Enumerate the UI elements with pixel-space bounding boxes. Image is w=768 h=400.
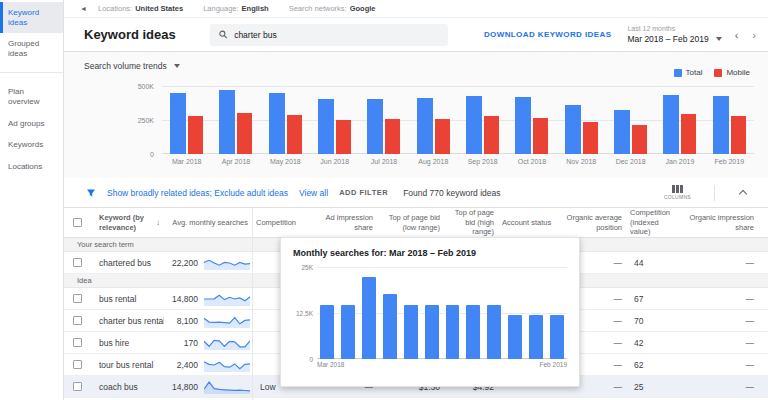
broaden-ideas-link[interactable]: Show broadly related ideas; Exclude adul… <box>107 188 288 198</box>
tooltip-bar-jan-2019[interactable] <box>529 315 543 359</box>
select-all-checkbox[interactable] <box>73 218 82 227</box>
tooltip-bar-may-2018[interactable] <box>362 277 376 359</box>
add-filter-button[interactable]: ADD FILTER <box>339 188 388 197</box>
y-tick-label: 0 <box>150 151 154 158</box>
total-bar[interactable] <box>466 96 482 154</box>
sparkline-chart[interactable] <box>204 255 250 270</box>
search-input[interactable] <box>234 30 439 40</box>
row-checkbox[interactable] <box>73 382 82 391</box>
sidebar-item-ad-groups[interactable]: Ad groups <box>0 113 63 135</box>
sidebar-item-keywords[interactable]: Keywords <box>0 134 63 156</box>
columns-button[interactable]: COLUMNS <box>664 185 691 200</box>
y-tick-label: 250K <box>138 117 154 124</box>
sparkline-chart[interactable] <box>204 313 250 328</box>
avg-monthly-searches-cell: 14,800 <box>164 382 202 392</box>
trend-chart-bars <box>162 86 754 154</box>
mobile-bar[interactable] <box>336 120 351 154</box>
sparkline-chart[interactable] <box>204 335 250 350</box>
tooltip-bar-aug-2018[interactable] <box>425 305 439 359</box>
collapse-panel-icon[interactable]: ◄ <box>80 5 87 12</box>
previous-period-button[interactable]: ‹ <box>728 29 746 41</box>
column-header-keyword[interactable]: Keyword (by relevance)↓ <box>90 213 164 232</box>
total-bar[interactable] <box>170 93 186 154</box>
sparkline-cell <box>202 291 252 306</box>
download-keyword-ideas-button[interactable]: DOWNLOAD KEYWORD IDEAS <box>484 30 611 39</box>
sort-descending-icon[interactable]: ↓ <box>156 218 160 228</box>
mobile-bar[interactable] <box>237 113 252 154</box>
tooltip-bar-apr-2018[interactable] <box>341 305 355 359</box>
row-checkbox[interactable] <box>73 360 82 369</box>
keyword-cell: bus hire <box>90 338 164 348</box>
row-checkbox[interactable] <box>73 316 82 325</box>
setting-label: Search networks: <box>289 4 347 13</box>
chevron-down-icon[interactable] <box>716 37 722 41</box>
row-checkbox-cell <box>64 258 90 267</box>
tooltip-bar-jun-2018[interactable] <box>383 294 397 360</box>
column-header-account-status[interactable]: Account status <box>498 218 562 227</box>
total-bar[interactable] <box>713 96 729 154</box>
total-bar[interactable] <box>515 97 531 154</box>
tooltip-bar-sep-2018[interactable] <box>446 305 460 359</box>
row-checkbox[interactable] <box>73 258 82 267</box>
column-header-avg-monthly-searches[interactable]: Avg. monthly searches <box>164 218 252 227</box>
topbar-setting-locations[interactable]: Locations:United States <box>98 4 183 13</box>
mobile-bar[interactable] <box>583 122 598 154</box>
total-bar[interactable] <box>565 105 581 154</box>
sparkline-chart[interactable] <box>204 357 250 372</box>
column-header-organic-average-position[interactable]: Organic average position <box>562 213 626 232</box>
trends-title-dropdown[interactable]: Search volume trends <box>84 61 180 71</box>
row-checkbox[interactable] <box>73 338 82 347</box>
keyword-search-box[interactable] <box>210 24 448 46</box>
column-header-organic-impression-share[interactable]: Organic impression share <box>682 213 768 232</box>
x-tick-label: Jun 2018 <box>310 158 359 165</box>
view-all-link[interactable]: View all <box>299 188 328 198</box>
sidebar-item-plan-overview[interactable]: Plan overview <box>0 81 63 112</box>
bar-group-may-2018 <box>261 86 310 154</box>
mobile-bar[interactable] <box>533 118 548 154</box>
collapse-table-icon[interactable] <box>739 190 747 198</box>
sparkline-chart[interactable] <box>204 291 250 306</box>
setting-value: English <box>242 4 269 13</box>
mobile-bar[interactable] <box>385 119 400 154</box>
topbar-setting-search-networks[interactable]: Search networks:Google <box>289 4 376 13</box>
date-range-picker[interactable]: Last 12 months Mar 2018 – Feb 2019 <box>627 24 721 44</box>
mobile-bar[interactable] <box>731 116 746 154</box>
total-bar[interactable] <box>614 110 630 154</box>
mobile-bar[interactable] <box>287 115 302 154</box>
setting-label: Locations: <box>98 4 132 13</box>
sparkline-chart[interactable] <box>204 379 250 394</box>
row-checkbox[interactable] <box>73 294 82 303</box>
column-header-ad-impression-share[interactable]: Ad impression share <box>316 213 377 232</box>
column-header-competition-indexed[interactable]: Competition (indexed value) <box>626 208 682 236</box>
mobile-bar[interactable] <box>681 114 696 154</box>
mobile-bar[interactable] <box>632 125 647 154</box>
date-range-value: Mar 2018 – Feb 2019 <box>627 34 708 45</box>
bar-group-dec-2018 <box>606 86 655 154</box>
y-tick-label: 25K <box>301 264 313 271</box>
mobile-bar[interactable] <box>435 119 450 154</box>
sidebar-item-grouped-ideas[interactable]: Grouped ideas <box>0 33 63 64</box>
total-bar[interactable] <box>367 99 383 154</box>
column-header-competition[interactable]: Competition <box>252 218 316 227</box>
tooltip-bar-feb-2019[interactable] <box>550 315 564 359</box>
mobile-bar[interactable] <box>484 116 499 154</box>
column-header-top-of-page-bid-low[interactable]: Top of page bid (low range) <box>377 213 444 232</box>
total-bar[interactable] <box>219 90 235 154</box>
total-bar[interactable] <box>318 99 334 154</box>
column-header-top-of-page-bid-high[interactable]: Top of page bid (high range) <box>444 208 498 236</box>
next-period-button[interactable]: › <box>745 29 768 41</box>
tooltip-bar-nov-2018[interactable] <box>487 305 501 359</box>
sidebar-item-keyword-ideas[interactable]: Keyword ideas <box>0 2 63 33</box>
total-bar[interactable] <box>269 93 285 154</box>
tooltip-bar-dec-2018[interactable] <box>508 315 522 359</box>
total-bar[interactable] <box>663 95 679 154</box>
total-bar[interactable] <box>417 98 433 154</box>
tooltip-bar-jul-2018[interactable] <box>404 305 418 359</box>
tooltip-bar-mar-2018[interactable] <box>320 305 334 359</box>
tooltip-bar-oct-2018[interactable] <box>466 305 480 359</box>
chevron-down-icon <box>174 64 180 68</box>
tooltip-chart-yticks: 25K12.5K0 <box>291 267 315 359</box>
topbar-setting-language[interactable]: Language:English <box>203 4 269 13</box>
sidebar-item-locations[interactable]: Locations <box>0 156 63 178</box>
mobile-bar[interactable] <box>188 116 203 154</box>
